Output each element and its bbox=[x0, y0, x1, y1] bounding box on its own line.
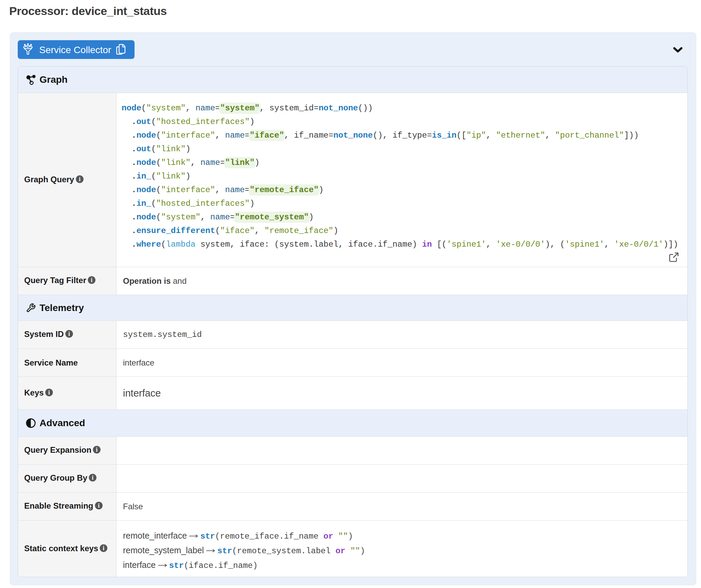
svg-text:i: i bbox=[92, 474, 94, 481]
svg-text:i: i bbox=[96, 446, 98, 453]
svg-text:i: i bbox=[79, 176, 80, 183]
svg-text:i: i bbox=[103, 545, 105, 552]
svg-text:i: i bbox=[98, 502, 99, 509]
svg-text:i: i bbox=[68, 330, 70, 337]
svg-text:i: i bbox=[48, 389, 50, 396]
svg-text:i: i bbox=[91, 277, 93, 283]
